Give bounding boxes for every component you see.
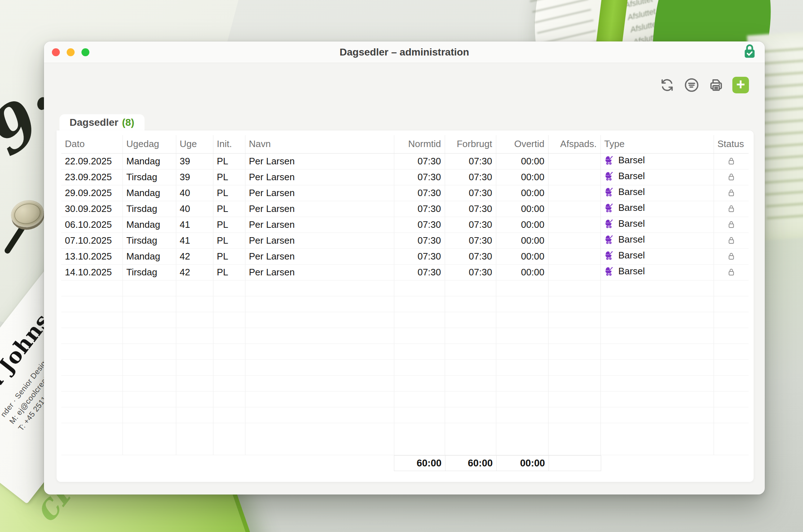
cell-uge: 40 bbox=[176, 201, 213, 217]
cell-afspads bbox=[548, 201, 600, 217]
empty-row bbox=[61, 343, 749, 359]
cell-ugedag: Tirsdag bbox=[123, 201, 176, 217]
cell-init: PL bbox=[213, 169, 245, 185]
tab-dagsedler[interactable]: Dagsedler (8) bbox=[59, 114, 145, 131]
type-label: Barsel bbox=[618, 218, 645, 229]
cell-uge: 42 bbox=[176, 264, 213, 280]
cell-init: PL bbox=[213, 264, 245, 280]
cell-uge: 42 bbox=[176, 248, 213, 264]
cell-navn: Per Larsen bbox=[245, 169, 394, 185]
type-label: Barsel bbox=[618, 155, 645, 166]
table-body: 22.09.2025Mandag39PLPer Larsen07:3007:30… bbox=[61, 153, 749, 455]
cell-dato: 23.09.2025 bbox=[61, 169, 123, 185]
pram-icon bbox=[604, 155, 614, 165]
pram-icon bbox=[604, 251, 614, 260]
table-header-row: DatoUgedagUgeInit.NavnNormtidForbrugtOve… bbox=[61, 135, 749, 153]
cell-dato: 29.09.2025 bbox=[61, 185, 123, 201]
column-header-afspads[interactable]: Afspads. bbox=[548, 135, 600, 153]
table-row[interactable]: 07.10.2025Tirsdag41PLPer Larsen07:3007:3… bbox=[61, 232, 749, 248]
column-header-type[interactable]: Type bbox=[600, 135, 714, 153]
cell-forbrugt: 07:30 bbox=[445, 217, 496, 232]
empty-row bbox=[61, 359, 749, 375]
titlebar[interactable]: Dagsedler – administration bbox=[44, 41, 765, 63]
empty-row bbox=[61, 312, 749, 328]
cell-normtid: 07:30 bbox=[394, 264, 445, 280]
cell-normtid: 07:30 bbox=[394, 201, 445, 217]
lock-icon bbox=[718, 204, 745, 213]
cell-overtid: 00:00 bbox=[496, 264, 548, 280]
column-header-forbrugt[interactable]: Forbrugt bbox=[445, 135, 496, 153]
cell-overtid: 00:00 bbox=[496, 169, 548, 185]
cell-overtid: 00:00 bbox=[496, 217, 548, 232]
type-label: Barsel bbox=[618, 266, 645, 277]
cell-dato: 14.10.2025 bbox=[61, 264, 123, 280]
table-row[interactable]: 06.10.2025Mandag41PLPer Larsen07:3007:30… bbox=[61, 217, 749, 232]
table-row[interactable]: 30.09.2025Tirsdag40PLPer Larsen07:3007:3… bbox=[61, 201, 749, 217]
cell-status bbox=[714, 185, 749, 201]
toolbar: + bbox=[659, 77, 749, 93]
column-header-uge[interactable]: Uge bbox=[176, 135, 213, 153]
cell-type: Barsel bbox=[600, 264, 714, 280]
cell-dato: 06.10.2025 bbox=[61, 217, 123, 232]
cell-forbrugt: 07:30 bbox=[445, 232, 496, 248]
cell-forbrugt: 07:30 bbox=[445, 185, 496, 201]
cell-ugedag: Mandag bbox=[123, 185, 176, 201]
cell-navn: Per Larsen bbox=[245, 185, 394, 201]
cell-ugedag: Mandag bbox=[123, 153, 176, 169]
cell-status bbox=[714, 232, 749, 248]
cell-afspads bbox=[548, 217, 600, 232]
empty-row bbox=[61, 296, 749, 312]
column-header-init[interactable]: Init. bbox=[213, 135, 245, 153]
cell-normtid: 07:30 bbox=[394, 232, 445, 248]
cell-init: PL bbox=[213, 185, 245, 201]
lock-icon bbox=[718, 220, 745, 229]
cell-dato: 22.09.2025 bbox=[61, 153, 123, 169]
total-afspads bbox=[549, 456, 601, 471]
column-header-navn[interactable]: Navn bbox=[245, 135, 394, 153]
cell-uge: 39 bbox=[176, 169, 213, 185]
cell-forbrugt: 07:30 bbox=[445, 248, 496, 264]
cell-forbrugt: 07:30 bbox=[445, 201, 496, 217]
column-header-ugedag[interactable]: Ugedag bbox=[123, 135, 176, 153]
empty-row bbox=[61, 328, 749, 343]
refresh-button[interactable] bbox=[659, 77, 675, 93]
pram-icon bbox=[604, 203, 614, 213]
cell-status bbox=[714, 153, 749, 169]
cell-status bbox=[714, 248, 749, 264]
column-header-dato[interactable]: Dato bbox=[61, 135, 123, 153]
table-row[interactable]: 29.09.2025Mandag40PLPer Larsen07:3007:30… bbox=[61, 185, 749, 201]
app-window: Dagsedler – administration bbox=[44, 41, 765, 495]
cell-dato: 30.09.2025 bbox=[61, 201, 123, 217]
secure-lock-badge-icon[interactable] bbox=[742, 43, 757, 61]
cell-normtid: 07:30 bbox=[394, 153, 445, 169]
table-row[interactable]: 14.10.2025Tirsdag42PLPer Larsen07:3007:3… bbox=[61, 264, 749, 280]
cell-type: Barsel bbox=[600, 217, 714, 232]
cell-overtid: 00:00 bbox=[496, 248, 548, 264]
cell-ugedag: Mandag bbox=[123, 248, 176, 264]
column-header-overtid[interactable]: Overtid bbox=[496, 135, 548, 153]
column-header-normtid[interactable]: Normtid bbox=[394, 135, 445, 153]
table-row[interactable]: 13.10.2025Mandag42PLPer Larsen07:3007:30… bbox=[61, 248, 749, 264]
tab-label: Dagsedler bbox=[70, 117, 118, 128]
column-header-status[interactable]: Status bbox=[714, 135, 749, 153]
cell-dato: 13.10.2025 bbox=[61, 248, 123, 264]
pram-icon bbox=[604, 235, 614, 244]
cell-navn: Per Larsen bbox=[245, 153, 394, 169]
pram-icon bbox=[604, 187, 614, 197]
cell-uge: 40 bbox=[176, 185, 213, 201]
table-row[interactable]: 23.09.2025Tirsdag39PLPer Larsen07:3007:3… bbox=[61, 169, 749, 185]
dagsedler-table: DatoUgedagUgeInit.NavnNormtidForbrugtOve… bbox=[61, 135, 749, 455]
cell-type: Barsel bbox=[600, 169, 714, 185]
cell-forbrugt: 07:30 bbox=[445, 153, 496, 169]
empty-row bbox=[61, 375, 749, 391]
print-button[interactable] bbox=[708, 77, 724, 93]
type-label: Barsel bbox=[618, 202, 645, 213]
cell-overtid: 00:00 bbox=[496, 232, 548, 248]
cell-navn: Per Larsen bbox=[245, 217, 394, 232]
add-button[interactable]: + bbox=[732, 77, 749, 93]
table-row[interactable]: 22.09.2025Mandag39PLPer Larsen07:3007:30… bbox=[61, 153, 749, 169]
filter-button[interactable] bbox=[683, 77, 700, 93]
lock-icon bbox=[718, 252, 745, 261]
cell-init: PL bbox=[213, 217, 245, 232]
lock-icon bbox=[718, 267, 745, 277]
